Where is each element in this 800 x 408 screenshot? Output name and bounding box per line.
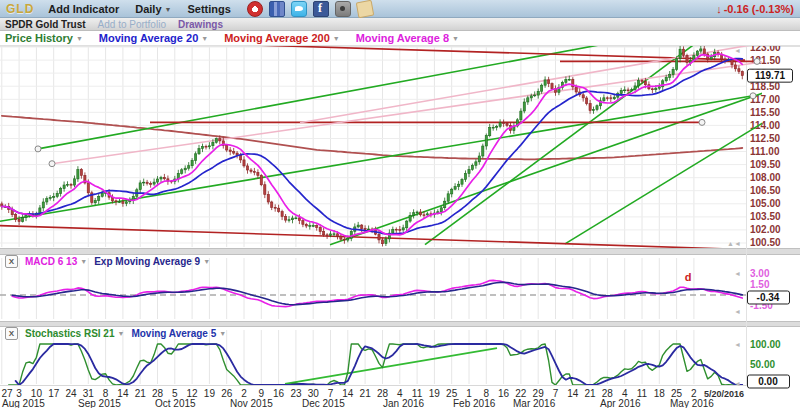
change-text: -0.16 (-0.13%) [724, 3, 794, 15]
svg-text:112.50: 112.50 [750, 133, 780, 144]
svg-text:▲: ▲ [727, 240, 734, 247]
svg-text:Jan 2016: Jan 2016 [383, 398, 425, 408]
app-logo: GLD [6, 2, 34, 16]
close-macd-panel-button[interactable]: X [5, 255, 18, 268]
svg-text:Aug 2015: Aug 2015 [2, 398, 45, 408]
svg-text:102.00: 102.00 [750, 224, 781, 235]
chart-canvas[interactable]: 123.00121.50120.00118.50117.00115.50114.… [0, 46, 800, 408]
svg-text:19: 19 [204, 388, 216, 399]
symbol-name: SPDR Gold Trust [5, 19, 86, 30]
svg-text:◄: ◄ [734, 240, 741, 247]
drawing-handle[interactable] [35, 146, 41, 152]
symbol-bar: SPDR Gold Trust Add to Portfolio Drawing… [0, 18, 800, 31]
down-arrow-icon: ↓ [716, 3, 722, 15]
main-toolbar: GLD Add Indicator Daily Settings ↓-0.16 … [0, 0, 800, 18]
ma200-dropdown[interactable]: Moving Average 200 [224, 32, 340, 44]
svg-text:50.00: 50.00 [750, 359, 775, 370]
svg-text:16: 16 [273, 388, 285, 399]
svg-text:Nov 2015: Nov 2015 [230, 398, 273, 408]
twitter-icon[interactable] [291, 1, 307, 17]
svg-text:5/20/2016: 5/20/2016 [704, 389, 744, 399]
svg-text:114.00: 114.00 [750, 120, 780, 131]
chart-area[interactable]: 123.00121.50120.00118.50117.00115.50114.… [0, 46, 800, 408]
svg-text:100.00: 100.00 [750, 339, 781, 350]
svg-text:◄: ◄ [734, 270, 741, 277]
svg-text:Dec 2015: Dec 2015 [302, 398, 345, 408]
snapshot-icon[interactable] [335, 1, 351, 17]
svg-text:105.00: 105.00 [750, 198, 781, 209]
svg-text:123.00: 123.00 [750, 46, 781, 53]
price-change-readout: ↓-0.16 (-0.13%) [716, 3, 794, 15]
svg-text:-0.34: -0.34 [757, 292, 780, 303]
library-icon[interactable] [269, 1, 285, 17]
svg-text:◄: ◄ [734, 380, 741, 387]
svg-text:17: 17 [48, 388, 60, 399]
svg-text:108.00: 108.00 [750, 172, 781, 183]
x-axis: 2731017243181421285121926291623307142128… [1, 388, 744, 408]
svg-text:0.00: 0.00 [758, 376, 778, 387]
macd-annotation: d [685, 271, 692, 283]
svg-text:3.00: 3.00 [750, 268, 770, 279]
svg-text:19: 19 [429, 388, 441, 399]
add-indicator-button[interactable]: Add Indicator [48, 3, 119, 15]
drawing-handle[interactable] [754, 58, 760, 64]
price-panel-legend: Price History Moving Average 20 Moving A… [0, 31, 800, 46]
svg-text:◄: ◄ [734, 341, 741, 348]
stoch-dropdown[interactable]: Stochastics RSI 21 [25, 328, 124, 339]
svg-text:106.50: 106.50 [750, 185, 781, 196]
macd-dropdown[interactable]: MACD 6 13 [25, 256, 87, 267]
svg-text:Mar 2016: Mar 2016 [513, 398, 556, 408]
svg-text:21: 21 [135, 388, 147, 399]
macd-axis: 3.001.50-1.50◄◄-0.34 [734, 268, 789, 315]
charting-app-window: { "toolbar": { "symbol": "GLD", "add_ind… [0, 0, 800, 408]
svg-text:d: d [685, 271, 692, 283]
last-price-box: 119.71 [748, 69, 793, 82]
macd-plot [0, 280, 746, 306]
svg-text:1.50: 1.50 [750, 279, 770, 290]
svg-text:21: 21 [585, 388, 597, 399]
svg-text:Oct 2015: Oct 2015 [155, 398, 196, 408]
price-history-dropdown[interactable]: Price History [5, 32, 83, 44]
svg-text:24: 24 [65, 388, 77, 399]
svg-text:119.71: 119.71 [755, 70, 785, 81]
svg-text:16: 16 [498, 388, 510, 399]
svg-text:Sep 2015: Sep 2015 [78, 398, 121, 408]
drawings-button[interactable]: Drawings [178, 19, 223, 30]
svg-text:18: 18 [654, 388, 666, 399]
stoch-ma-dropdown[interactable]: Moving Average 5 [131, 328, 226, 339]
drawing-handle[interactable] [49, 161, 55, 167]
svg-text:103.50: 103.50 [750, 211, 781, 222]
stoch-panel-header: X Stochastics RSI 21 Moving Average 5 [5, 327, 226, 340]
svg-text:109.50: 109.50 [750, 159, 781, 170]
add-to-portfolio-button[interactable]: Add to Portfolio [98, 19, 166, 30]
drawing-handle[interactable] [699, 119, 705, 125]
ma20-dropdown[interactable]: Moving Average 20 [99, 32, 208, 44]
alerts-icon[interactable] [247, 1, 263, 17]
note-icon[interactable] [356, 0, 375, 18]
svg-text:100.50: 100.50 [750, 237, 781, 248]
svg-text:115.50: 115.50 [750, 107, 780, 118]
svg-text:May 2016: May 2016 [670, 398, 714, 408]
svg-text:14: 14 [567, 388, 579, 399]
settings-button[interactable]: Settings [187, 3, 230, 15]
svg-text:21: 21 [360, 388, 372, 399]
svg-text:Feb 2016: Feb 2016 [453, 398, 496, 408]
svg-text:Apr 2016: Apr 2016 [600, 398, 641, 408]
ma8-dropdown[interactable]: Moving Average 8 [356, 32, 459, 44]
candles-layer[interactable] [1, 46, 744, 246]
stoch-axis: 100.0050.00◄◄0.00 [734, 339, 789, 389]
timeframe-dropdown[interactable]: Daily [135, 3, 171, 15]
drawing-handle[interactable] [750, 93, 756, 99]
macd-panel-header: X MACD 6 13 Exp Moving Average 9 [5, 255, 210, 268]
macd-signal-dropdown[interactable]: Exp Moving Average 9 [94, 256, 210, 267]
stoch-plot [9, 344, 743, 385]
svg-text:23: 23 [290, 388, 302, 399]
svg-text:◄: ◄ [734, 308, 741, 315]
svg-text:111.00: 111.00 [750, 146, 780, 157]
facebook-icon[interactable] [313, 1, 329, 17]
close-stoch-panel-button[interactable]: X [5, 327, 18, 340]
